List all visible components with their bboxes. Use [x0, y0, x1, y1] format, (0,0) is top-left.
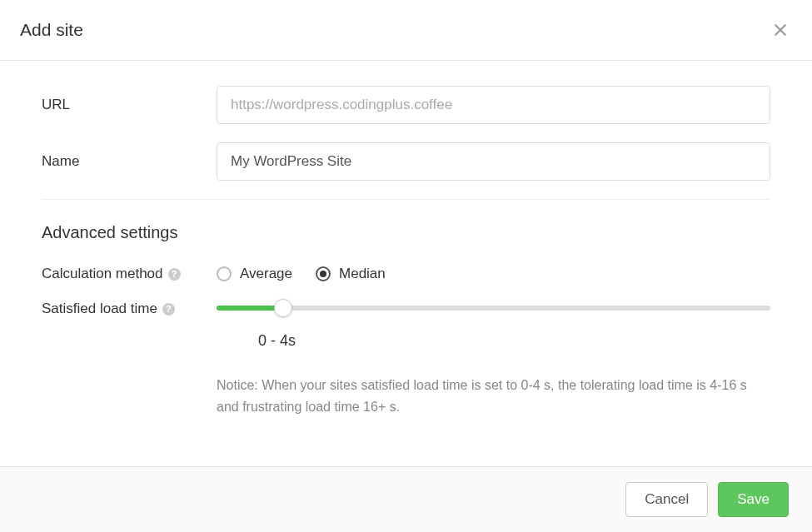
url-row: URL: [42, 86, 770, 124]
satisfied-row: Satisfied load time ? 0 - 4s Notice: Whe…: [42, 301, 770, 417]
close-button[interactable]: [769, 18, 792, 42]
name-label: Name: [42, 153, 217, 170]
radio-circle-icon: [316, 266, 331, 281]
radio-median-label: Median: [339, 266, 386, 282]
modal-header: Add site: [0, 0, 812, 61]
divider: [42, 199, 770, 200]
modal-footer: Cancel Save: [0, 466, 812, 532]
slider-wrap: 0 - 4s Notice: When your sites satisfied…: [217, 301, 770, 417]
modal-title: Add site: [20, 20, 83, 40]
calculation-label: Calculation method ?: [42, 266, 217, 282]
save-button[interactable]: Save: [718, 482, 789, 517]
satisfied-label: Satisfied load time ?: [42, 301, 217, 317]
name-input[interactable]: [217, 142, 770, 181]
satisfied-notice: Notice: When your sites satisfied load t…: [217, 375, 770, 417]
name-row: Name: [42, 142, 770, 181]
help-icon[interactable]: ?: [162, 303, 175, 316]
radio-median[interactable]: Median: [316, 266, 386, 282]
calculation-radio-group: Average Median: [217, 266, 386, 282]
modal-body: URL Name Advanced settings Calculation m…: [0, 61, 812, 466]
help-icon[interactable]: ?: [168, 268, 181, 281]
satisfied-slider[interactable]: [217, 306, 770, 311]
add-site-modal: Add site URL Name Advanced settings Calc…: [0, 0, 812, 532]
slider-value-display: 0 - 4s: [258, 332, 770, 350]
url-input[interactable]: [217, 86, 770, 124]
advanced-heading: Advanced settings: [42, 223, 770, 242]
radio-circle-icon: [217, 266, 232, 281]
radio-average-label: Average: [240, 266, 292, 282]
url-label: URL: [42, 97, 217, 113]
cancel-button[interactable]: Cancel: [625, 482, 708, 517]
calculation-row: Calculation method ? Average Median: [42, 266, 770, 282]
slider-thumb[interactable]: [274, 299, 292, 317]
calculation-label-text: Calculation method: [42, 266, 163, 282]
close-icon: [772, 22, 789, 38]
radio-average[interactable]: Average: [217, 266, 292, 282]
satisfied-label-text: Satisfied load time: [42, 301, 157, 317]
